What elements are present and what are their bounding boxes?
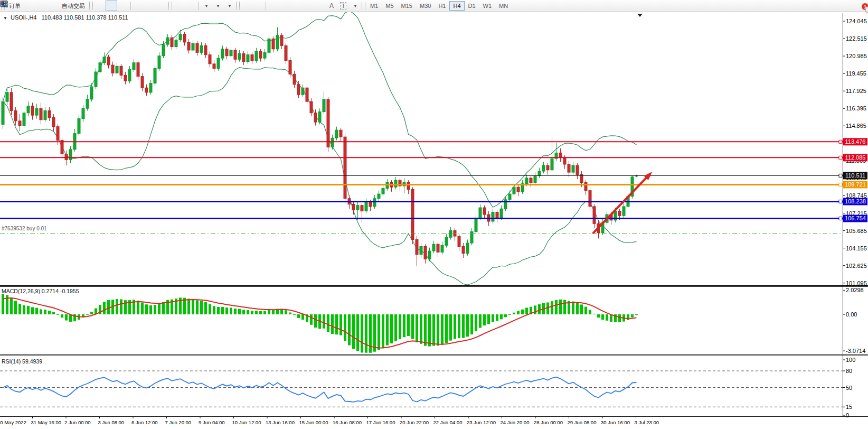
timeframe-button-d1[interactable]: D1 <box>465 1 479 11</box>
horizontal-line-tool-button[interactable] <box>279 1 291 11</box>
macd-bar <box>606 314 608 321</box>
quote-ohlc-label: 110.483 110.581 110.378 110.511 <box>42 14 128 21</box>
timeframe-button-w1[interactable]: W1 <box>479 1 496 11</box>
candle-body <box>466 243 469 253</box>
toolbar-grip[interactable] <box>362 2 365 10</box>
toolbar-grip[interactable] <box>236 2 240 10</box>
new-chart-button[interactable]: ▼ <box>200 1 212 11</box>
macd-bar <box>378 314 380 350</box>
macd-bar <box>601 314 604 320</box>
price-line-112.085[interactable]: 112.085 <box>0 154 867 161</box>
symbol-collapse-arrow-icon[interactable]: ▼ <box>3 16 7 21</box>
candle-body <box>61 141 63 154</box>
bar-chart-type-button[interactable] <box>94 1 106 11</box>
arrows-tool-button[interactable]: ▼ <box>349 1 361 11</box>
price-flag-label: 112.085 <box>845 154 866 161</box>
macd-bar <box>251 311 253 314</box>
timeframe-button-m15[interactable]: M15 <box>398 1 416 11</box>
crosshair-tool-button[interactable] <box>252 1 264 11</box>
timeframe-button-h4[interactable]: H4 <box>449 1 464 11</box>
price-tick-label: 117.925 <box>846 88 866 94</box>
text-tool-button[interactable]: A <box>326 1 337 11</box>
cursor-tool-button[interactable] <box>241 1 252 11</box>
chart-shift-button[interactable] <box>185 1 196 11</box>
fibonacci-tool-button[interactable]: F <box>314 1 326 11</box>
time-axis[interactable]: 30 May 202231 May 16:002 Jun 00:003 Jun … <box>0 416 659 425</box>
rsi-axis-ticks[interactable]: 1008050150 <box>843 357 856 418</box>
bollinger-bands <box>3 11 637 285</box>
macd-bar <box>492 314 494 322</box>
candle-body <box>513 187 515 194</box>
tile-windows-button[interactable] <box>156 1 167 11</box>
community-button[interactable] <box>35 1 47 11</box>
price-line-106.754[interactable]: 106.754 <box>0 215 867 222</box>
chart-canvas[interactable]: 124.045122.515120.985119.455117.925116.3… <box>0 0 868 429</box>
candle-body <box>10 92 13 111</box>
macd-bar <box>416 314 418 342</box>
candle-body <box>145 88 148 92</box>
line-end-marker <box>839 200 842 203</box>
candle-body <box>234 50 237 59</box>
text-tool-icon: A <box>329 2 334 10</box>
trend-arrow[interactable] <box>593 172 652 234</box>
templates-button[interactable]: ▼ <box>223 1 235 11</box>
macd-bar <box>437 314 439 346</box>
time-tick-label: 20 Jun 22:00 <box>400 419 429 425</box>
price-line-110.511[interactable]: 110.511 <box>0 172 867 179</box>
macd-bar <box>394 314 397 341</box>
macd-bar <box>335 314 338 334</box>
autotrade-button[interactable]: 自动交易 <box>59 1 88 11</box>
orders-button[interactable]: 订单 <box>6 1 24 11</box>
price-line-109.721[interactable]: 109.721 <box>0 181 867 188</box>
candle-body <box>492 212 494 221</box>
zoom-in-button[interactable] <box>133 1 144 11</box>
price-line-108.238[interactable]: 108.238 <box>0 198 867 205</box>
trendline-tool-button[interactable] <box>291 1 303 11</box>
candle-body <box>82 108 84 118</box>
auto-scroll-button[interactable] <box>173 1 185 11</box>
search-icon[interactable] <box>0 0 8 8</box>
timeframe-button-m5[interactable]: M5 <box>382 1 397 11</box>
chart-shift-marker[interactable] <box>637 14 643 17</box>
candle-body <box>69 150 72 160</box>
macd-bar <box>217 307 220 314</box>
macd-bar <box>162 302 165 314</box>
macd-bar <box>120 299 122 314</box>
candle-body <box>483 208 486 215</box>
macd-axis-ticks[interactable]: 2.02980.00-3.0714 <box>843 287 866 354</box>
signal-button[interactable] <box>47 1 59 11</box>
candlestick-chart-type-button[interactable] <box>106 1 117 11</box>
periodicity-button[interactable]: ▼ <box>212 1 223 11</box>
zoom-out-button[interactable] <box>144 1 156 11</box>
candle-body <box>2 101 4 124</box>
candlesticks[interactable] <box>2 27 638 266</box>
gold-bar-button[interactable] <box>24 1 35 11</box>
candle-body <box>162 44 165 56</box>
timeframe-button-mn[interactable]: MN <box>495 1 512 11</box>
macd-bar <box>555 300 558 314</box>
orders-button-label: 订单 <box>9 2 21 10</box>
vertical-line-tool-button[interactable] <box>268 1 279 11</box>
timeframe-button-h1[interactable]: H1 <box>435 1 449 11</box>
macd-bar <box>449 314 452 341</box>
timeframe-button-m30[interactable]: M30 <box>416 1 435 11</box>
macd-bar <box>466 314 469 337</box>
macd-bar <box>424 314 427 346</box>
channel-tool-button[interactable]: E <box>303 1 314 11</box>
line-chart-type-button[interactable] <box>117 1 129 11</box>
candle-body <box>289 60 291 74</box>
candle-body <box>361 206 363 211</box>
price-axis-ticks[interactable]: 124.045122.515120.985119.455117.925116.3… <box>843 18 867 286</box>
candle-body <box>175 40 177 47</box>
price-line-113.476[interactable]: 113.476 <box>0 138 867 145</box>
candle-body <box>103 57 106 63</box>
macd-bar <box>386 314 389 346</box>
candle-body <box>496 212 498 218</box>
candle-body <box>128 70 131 81</box>
toolbar-grip[interactable] <box>168 2 172 10</box>
time-tick-label: 6 Jun 12:00 <box>131 419 158 425</box>
time-tick-label: 29 Jun 08:00 <box>568 419 597 425</box>
timeframe-button-m1[interactable]: M1 <box>366 1 382 11</box>
text-label-tool-button[interactable]: T <box>337 1 349 11</box>
toolbar-grip[interactable] <box>89 2 93 10</box>
